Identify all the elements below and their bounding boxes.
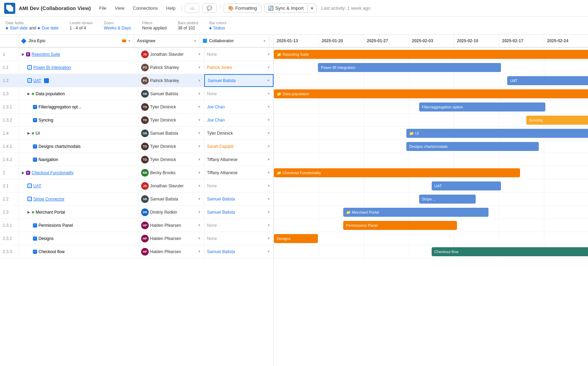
cell-collaborator[interactable]: None▼: [204, 87, 274, 100]
table-row[interactable]: 1.4.2TNavigationTDTyler Diminick▼Tiffany…: [0, 153, 274, 166]
table-row[interactable]: 1.4.1TDesigns charts/modalsTDTyler Dimin…: [0, 140, 274, 153]
cell-assignee[interactable]: TDTyler Diminick▼: [138, 153, 204, 166]
col-collaborator-header[interactable]: Collaborator ▼: [200, 35, 269, 47]
task-link[interactable]: UAT: [33, 184, 41, 188]
assignee-dropdown[interactable]: ▼: [198, 65, 201, 69]
cell-collaborator[interactable]: Tyler Diminick▼: [204, 127, 274, 140]
gantt-bar[interactable]: 📁 UI: [406, 129, 588, 138]
table-row[interactable]: 1▶EReporting SuiteJSJonathan Slavuter▼No…: [0, 48, 274, 61]
sync-import-button[interactable]: 🔄 Sync & Import ▼: [264, 3, 317, 13]
cell-assignee[interactable]: HPHalden Pfearsen▼: [138, 232, 204, 245]
expand-btn[interactable]: ▶: [27, 210, 30, 214]
bars-value[interactable]: 38 of 102: [178, 26, 198, 30]
assignee-dropdown[interactable]: ▼: [198, 92, 201, 96]
col-epic-header[interactable]: Jira Epic ▼: [19, 35, 134, 47]
table-row[interactable]: 1.3▶■Data populationSBSamuel Batista▼Non…: [0, 87, 274, 100]
table-row[interactable]: 2.3.2TDesignsHPHalden Pfearsen▼None▼: [0, 232, 274, 245]
task-link[interactable]: UAT: [33, 78, 41, 83]
gantt-bar[interactable]: Designs charts/modals: [406, 142, 539, 151]
cell-epic[interactable]: TFilter/aggregation opt...: [19, 100, 138, 113]
cell-epic[interactable]: ▶■UI: [19, 127, 138, 140]
collab-dropdown[interactable]: ▼: [267, 52, 270, 56]
gantt-bar[interactable]: Designs: [274, 234, 318, 243]
assignee-dropdown[interactable]: ▼: [198, 223, 201, 227]
assignee-dropdown[interactable]: ▼: [198, 52, 201, 56]
collab-dropdown[interactable]: ▼: [267, 144, 270, 148]
collab-dropdown[interactable]: ▼: [267, 158, 270, 161]
cell-assignee[interactable]: TDTyler Diminick▼: [138, 100, 204, 113]
cell-epic[interactable]: ▶■Data population: [19, 87, 138, 100]
cell-collaborator[interactable]: None▼: [204, 219, 274, 232]
cell-collaborator[interactable]: Patrick Jones▼: [204, 61, 274, 74]
cell-epic[interactable]: TSyncing: [19, 114, 138, 126]
cell-assignee[interactable]: TDTyler Diminick▼: [138, 114, 204, 126]
collab-dropdown[interactable]: ▼: [267, 223, 270, 227]
gantt-bar[interactable]: Checkout flow: [432, 247, 588, 256]
menu-view[interactable]: View: [113, 5, 126, 11]
table-row[interactable]: 2▶ECheckout FunctionalityBBBecky Brooks▼…: [0, 166, 274, 179]
cell-collaborator[interactable]: Samuel Batista▼: [204, 193, 274, 205]
cell-assignee[interactable]: PSPatrick Shanley▼: [138, 61, 204, 74]
cell-collaborator[interactable]: Tiffany Albanese▼: [204, 153, 274, 166]
epic-col-caret[interactable]: ▼: [128, 39, 131, 43]
cell-assignee[interactable]: DRDmitriy Redkin▼: [138, 206, 204, 218]
cell-epic[interactable]: ✓UAT: [19, 179, 138, 192]
cell-epic[interactable]: TNavigation: [19, 153, 138, 166]
cell-collaborator[interactable]: Joe Chan▼: [204, 114, 274, 126]
task-link[interactable]: Power BI Integration: [33, 65, 71, 70]
cell-epic[interactable]: ▶ECheckout Functionality: [19, 166, 138, 179]
cell-assignee[interactable]: PSPatrick Shanley▼: [138, 74, 204, 87]
assignee-dropdown[interactable]: ▼: [198, 79, 201, 82]
cell-epic[interactable]: TDesigns charts/modals: [19, 140, 138, 153]
assignee-dropdown[interactable]: ▼: [198, 158, 201, 161]
cell-assignee[interactable]: BBBecky Brooks▼: [138, 166, 204, 179]
cell-collaborator[interactable]: Joe Chan▼: [204, 100, 274, 113]
task-link[interactable]: Reporting Suite: [32, 52, 60, 57]
cell-epic[interactable]: ✓UAT: [19, 74, 138, 87]
assignee-dropdown[interactable]: ▼: [198, 105, 201, 109]
collab-dropdown[interactable]: ▼: [267, 79, 270, 82]
task-link[interactable]: Checkout Functionality: [32, 170, 74, 175]
menu-connections[interactable]: Connections: [131, 5, 159, 11]
cloud-button[interactable]: ☁️: [185, 3, 199, 13]
gantt-bar[interactable]: 📁 Data population: [274, 89, 588, 98]
gantt-bar[interactable]: Stripe ...: [419, 195, 476, 204]
cell-assignee[interactable]: SBSamuel Batista▼: [138, 127, 204, 140]
cell-assignee[interactable]: JSJonathan Slavuter▼: [138, 48, 204, 61]
zoom-value[interactable]: Weeks & Days: [104, 26, 131, 30]
cell-assignee[interactable]: TDTyler Diminick▼: [138, 140, 204, 153]
assignee-dropdown[interactable]: ▼: [198, 197, 201, 201]
cell-collaborator[interactable]: Samuel Batista▼: [204, 74, 274, 87]
cell-collaborator[interactable]: Samuel Batista▼: [204, 245, 274, 258]
gantt-bar[interactable]: 📁 Reporting Suite: [274, 50, 588, 59]
collab-dropdown[interactable]: ▼: [267, 65, 270, 69]
table-row[interactable]: 1.3.2TSyncingTDTyler Diminick▼Joe Chan▼: [0, 114, 274, 127]
cell-assignee[interactable]: SBSamuel Batista▼: [138, 87, 204, 100]
collab-dropdown[interactable]: ▼: [267, 210, 270, 214]
table-row[interactable]: 2.3▶■Merchant PortalDRDmitriy Redkin▼Sam…: [0, 206, 274, 219]
cell-epic[interactable]: TCheckout flow: [19, 245, 138, 258]
collab-dropdown[interactable]: ▼: [267, 236, 270, 240]
expand-btn[interactable]: ▶: [22, 171, 25, 175]
filters-value[interactable]: None applied: [142, 26, 167, 30]
expand-btn[interactable]: ▶: [22, 52, 25, 56]
cell-assignee[interactable]: JSJonathan Slavuter▼: [138, 179, 204, 192]
gantt-bar[interactable]: Syncing: [526, 116, 588, 125]
cell-assignee[interactable]: SBSamuel Batista▼: [138, 193, 204, 205]
sync-dropdown-arrow[interactable]: ▼: [308, 5, 317, 12]
collab-dropdown[interactable]: ▼: [267, 105, 270, 109]
cell-assignee[interactable]: HPHalden Pfearsen▼: [138, 219, 204, 232]
table-row[interactable]: 2.3.1TPermissions PanelHPHalden Pfearsen…: [0, 219, 274, 232]
assignee-dropdown[interactable]: ▼: [198, 210, 201, 214]
assignee-dropdown[interactable]: ▼: [198, 171, 201, 175]
chat-button[interactable]: 💬: [202, 3, 217, 13]
colors-value[interactable]: ◆ Status: [209, 26, 226, 30]
cell-collaborator[interactable]: Samuel Batista▼: [204, 206, 274, 218]
collab-dropdown[interactable]: ▼: [267, 118, 270, 122]
cell-epic[interactable]: ✓Power BI Integration: [19, 61, 138, 74]
gantt-bar[interactable]: Permissions Panel: [343, 221, 457, 230]
collab-dropdown[interactable]: ▼: [267, 184, 270, 188]
collab-col-caret[interactable]: ▼: [263, 39, 266, 43]
assignee-dropdown[interactable]: ▼: [198, 236, 201, 240]
assignee-col-caret[interactable]: ▼: [193, 39, 197, 43]
